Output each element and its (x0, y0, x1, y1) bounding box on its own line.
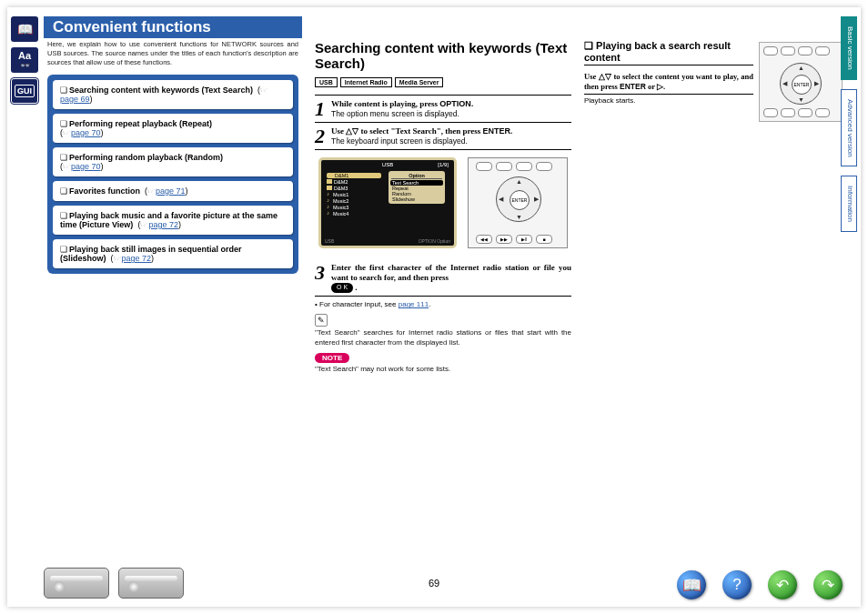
toc-link[interactable]: page 72 (148, 220, 178, 229)
instruction-box: Use △▽ to select the content you want to… (584, 69, 753, 95)
remote-diagram: ▲▼◀▶ ENTER ◀◀▶▶▶II■ (468, 157, 568, 248)
tip-icon: ✎ (315, 314, 328, 327)
tip-text: "Text Search" searches for Internet radi… (315, 328, 571, 347)
toc-link[interactable]: page 70 (71, 128, 101, 137)
tab-information[interactable]: Information (841, 176, 857, 232)
page-title-bar: Convenient functions (44, 16, 302, 38)
toc-item[interactable]: ❏Performing repeat playback (Repeat) (☞p… (53, 114, 293, 143)
toc-item[interactable]: ❏Favorites function (☞page 71) (53, 181, 293, 201)
tag-media-server: Media Server (395, 77, 444, 87)
instruction-sub: Playback starts. (584, 96, 753, 105)
step-3: 3 Enter the first character of the Inter… (315, 259, 571, 297)
tv-screenshot: USB [1/9] D&M1 D&M2 D&M3 ♪Music1 ♪Music2… (318, 157, 457, 248)
tab-advanced[interactable]: Advanced version (841, 89, 857, 167)
tag-internet-radio: Internet Radio (340, 77, 392, 87)
nav-forward-button[interactable]: ↷ (813, 570, 843, 599)
toc-link[interactable]: page 71 (156, 186, 186, 196)
right-column: ❏ Playing back a search result content U… (584, 40, 753, 105)
toc-item[interactable]: ❏Playing back still images in sequential… (53, 239, 293, 268)
left-icon-rail: 📖 Aa 👓 GUI (11, 16, 40, 104)
device-image-front[interactable] (44, 568, 109, 599)
page-111-link[interactable]: page 111 (399, 300, 429, 308)
screenshot-figure: USB [1/9] D&M1 D&M2 D&M3 ♪Music1 ♪Music2… (315, 156, 571, 254)
char-input-note: • For character input, see page 111. (315, 300, 571, 308)
tag-usb: USB (315, 77, 338, 87)
middle-column: Searching content with keywords (Text Se… (315, 40, 571, 374)
aa-icon[interactable]: Aa 👓 (11, 47, 38, 73)
footer: 69 📖 ? ↶ ↷ (7, 565, 861, 601)
step-1: 1 While content is playing, press OPTION… (315, 96, 571, 123)
toc-panel: ❏Searching content with keywords (Text S… (47, 75, 298, 274)
toc-item[interactable]: ❏Searching content with keywords (Text S… (53, 80, 293, 109)
page-number: 69 (429, 578, 439, 589)
remote-diagram-small: ▲▼ ◀▶ ENTER (759, 42, 843, 122)
device-image-rear[interactable] (118, 568, 184, 599)
toc-link[interactable]: page 72 (122, 254, 152, 263)
book-icon[interactable]: 📖 (11, 16, 38, 42)
note-badge: NOTE (315, 353, 349, 363)
nav-back-button[interactable]: ↶ (768, 570, 797, 599)
source-tags: USB Internet Radio Media Server (315, 77, 571, 89)
sub-heading: ❏ Playing back a search result content (584, 40, 753, 65)
intro-text: Here, we explain how to use convenient f… (47, 40, 298, 66)
ok-badge: O K (331, 283, 353, 293)
nav-book-button[interactable]: 📖 (677, 570, 706, 599)
step-2: 2 Use △▽ to select "Text Search", then p… (315, 123, 571, 150)
note-text: "Text Search" may not work for some list… (315, 365, 571, 374)
section-heading: Searching content with keywords (Text Se… (315, 40, 571, 72)
toc-link[interactable]: page 70 (71, 162, 101, 171)
toc-link[interactable]: page 69 (60, 95, 90, 104)
gui-icon[interactable]: GUI (11, 78, 38, 104)
toc-item[interactable]: ❏Performing random playback (Random) (☞p… (53, 147, 293, 176)
toc-item[interactable]: ❏Playing back music and a favorite pictu… (53, 206, 293, 235)
nav-help-button[interactable]: ? (722, 570, 752, 599)
side-tabs: Basic version Advanced version Informati… (841, 16, 857, 232)
tab-basic[interactable]: Basic version (841, 16, 857, 80)
